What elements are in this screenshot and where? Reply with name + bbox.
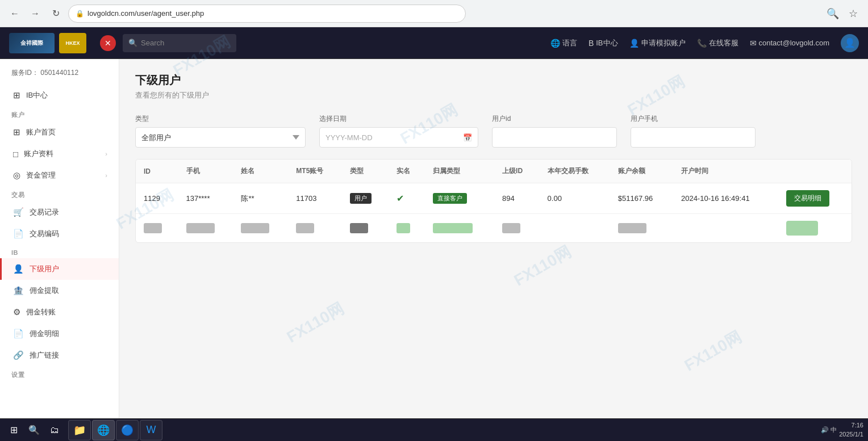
sidebar-item-commission-withdraw[interactable]: 🏦 佣金提取 [0,280,119,301]
contact-email-nav[interactable]: ✉ contact@lovgold.com [750,39,829,48]
cell-opentime-blurred [673,214,778,243]
data-table: ID 手机 姓名 MT5账号 类型 实名 归属类型 上级ID 本年交易手数 账户… [135,159,852,243]
red-toggle-button[interactable]: ✕ [100,35,116,51]
url-bar[interactable]: 🔒 lovgoldcn.com/user/agent_user.php [68,5,466,23]
online-service-nav[interactable]: 📞 在线客服 [697,38,738,48]
search-browser-button[interactable]: 🔍 [825,6,841,22]
grid-icon: ⊞ [13,90,20,100]
refresh-button[interactable]: ↻ [48,6,64,22]
sidebar-section-ib: IB [0,245,119,258]
taskbar-app-word[interactable]: W [140,420,162,440]
cell-parent: 894 [494,183,540,214]
logo-area: 金祥國際 HKEX [9,33,86,53]
col-belong: 归属类型 [425,159,494,183]
service-id-row: 服务ID： 0501440112 [0,68,119,85]
sidebar-item-ib-center-top[interactable]: ⊞ IB中心 [0,85,119,106]
filter-phone-label: 用户手机 [631,114,756,124]
sidebar-item-commission-transfer[interactable]: ⚙ 佣金转账 [0,301,119,323]
start-button[interactable]: ⊞ [5,421,23,439]
cell-trades: 0.00 [540,183,610,214]
content-area: 下级用户 查看您所有的下级用户 类型 全部用户 选择日期 YYYY-MM-DD … [119,59,868,418]
filter-type-label: 类型 [135,114,306,124]
ib-center-nav[interactable]: B IB中心 [589,38,618,48]
search-input[interactable] [141,39,220,47]
taskbar-app-chrome[interactable]: 🌐 [92,420,115,440]
cell-phone-blurred [178,214,233,243]
email-icon: ✉ [750,39,757,48]
user-icon: 👤 [629,39,639,48]
sidebar-item-fund-management[interactable]: ◎ 资金管理 › [0,165,119,186]
cell-phone: 137**** [178,183,233,214]
filter-type-select[interactable]: 全部用户 [135,127,306,148]
user-avatar[interactable]: 👤 [841,34,859,52]
filter-userid-input[interactable] [492,127,617,148]
main-layout: 服务ID： 0501440112 ⊞ IB中心 账户 ⊞ 账户首页 □ 账户资料… [0,59,868,418]
globe-icon: 🌐 [550,39,560,48]
cell-mt5-blurred [288,214,341,243]
taskbar-app-edge[interactable]: 🔵 [116,420,139,440]
filter-userid-label: 用户id [492,114,617,124]
top-navigation: 金祥國際 HKEX ✕ 🔍 🌐 语言 B IB中心 👤 申请模拟账户 📞 在线客… [0,27,868,59]
taskbar-app-explorer[interactable]: 📁 [68,420,91,440]
sidebar-section-trade: 交易 [0,186,119,201]
sidebar-item-account-home[interactable]: ⊞ 账户首页 [0,121,119,143]
forward-button[interactable]: → [27,6,43,22]
cell-opentime: 2024-10-16 16:49:41 [673,183,778,214]
col-action [778,159,852,183]
sidebar-item-promo-link[interactable]: 🔗 推广链接 [0,345,119,366]
col-verified: 实名 [389,159,425,183]
logo-hkex: HKEX [59,33,86,53]
col-mt5: MT5账号 [288,159,341,183]
transfer-icon: ⚙ [13,307,20,317]
url-text: lovgoldcn.com/user/agent_user.php [87,9,458,18]
sidebar-item-account-info[interactable]: □ 账户资料 › [0,143,119,165]
col-phone: 手机 [178,159,233,183]
search-box[interactable]: 🔍 [123,34,236,52]
systray-icons: 🔊 中 [821,426,837,434]
sidebar-item-trade-code[interactable]: 📄 交易编码 [0,223,119,245]
home-icon: ⊞ [13,127,20,137]
sidebar-item-trade-records[interactable]: 🛒 交易记录 [0,201,119,223]
cell-name-blurred [233,214,288,243]
sidebar-section-settings: 设置 [0,366,119,381]
phone-icon: 📞 [697,39,707,48]
filter-date-input[interactable]: YYYY-MM-DD 📅 [319,127,478,148]
col-opentime: 开户时间 [673,159,778,183]
cell-balance: $51167.96 [610,183,673,214]
col-id: ID [136,159,178,183]
sidebar-item-sub-users[interactable]: 👤 下级用户 [0,258,119,280]
cell-verified-blurred [389,214,425,243]
page-title: 下级用户 [135,73,852,88]
bookmark-button[interactable]: ☆ [845,6,861,22]
detail-button[interactable]: 交易明细 [786,190,829,207]
sidebar-item-commission-detail[interactable]: 📄 佣金明细 [0,323,119,345]
filter-phone-input[interactable] [631,127,756,148]
back-button[interactable]: ← [7,6,23,22]
col-trades: 本年交易手数 [540,159,610,183]
filter-userid-group: 用户id [492,114,617,148]
logo-jinxiang: 金祥國際 [9,33,55,53]
task-view-button[interactable]: 🗂 [45,421,64,439]
profile-icon: □ [13,149,18,159]
search-taskbar-button[interactable]: 🔍 [25,421,43,439]
cell-action: 交易明细 [778,183,852,214]
col-balance: 账户余额 [610,159,673,183]
filter-row: 类型 全部用户 选择日期 YYYY-MM-DD 📅 用户id 用户手机 [135,114,852,148]
cell-id-blurred [136,214,178,243]
lock-icon: 🔒 [76,10,84,18]
col-type: 类型 [342,159,389,183]
taskbar-clock: 7:16 2025/1/1 [839,421,863,439]
date-placeholder: YYYY-MM-DD [326,133,373,142]
search-icon: 🔍 [128,39,137,47]
col-parent: 上级ID [494,159,540,183]
cell-action-blurred [778,214,852,243]
browser-actions: 🔍 ☆ [825,6,861,22]
verified-icon: ✔ [397,194,404,203]
taskbar-apps: 📁 🌐 🔵 W [68,420,162,440]
cell-type: 用户 [342,183,389,214]
cell-verified: ✔ [389,183,425,214]
simulate-account-nav[interactable]: 👤 申请模拟账户 [629,38,686,48]
filter-date-label: 选择日期 [319,114,478,124]
language-selector[interactable]: 🌐 语言 [550,38,577,48]
link-icon: 🔗 [13,350,24,360]
